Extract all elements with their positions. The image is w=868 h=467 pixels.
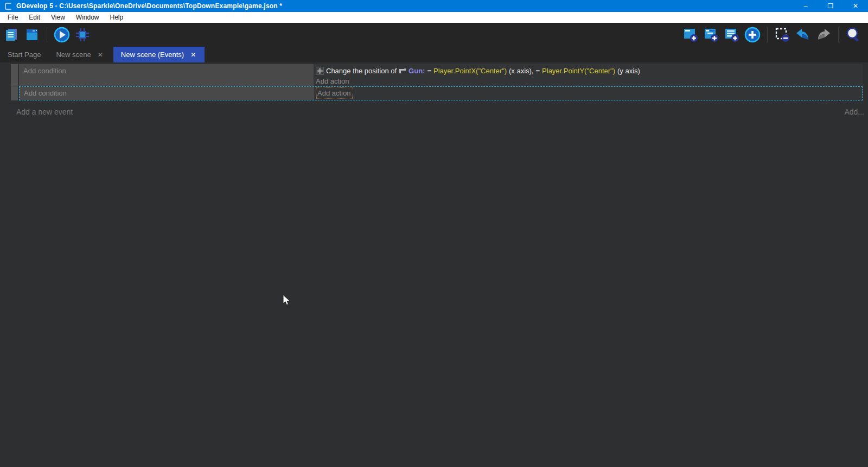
search-icon[interactable] bbox=[845, 27, 861, 43]
tab-new-scene-events[interactable]: New scene (Events) ✕ bbox=[113, 47, 205, 62]
event-drag-handle[interactable] bbox=[11, 86, 18, 100]
scene-editor-icon[interactable] bbox=[24, 27, 40, 43]
title-bar: GDevelop 5 - C:\Users\Sparkle\OneDrive\D… bbox=[0, 0, 868, 12]
preview-play-icon[interactable] bbox=[54, 27, 70, 43]
action-expression-x: Player.PointX("Center") bbox=[433, 67, 507, 75]
tab-bar: Start Page New scene ✕ New scene (Events… bbox=[0, 47, 868, 62]
event-row-2[interactable]: Add condition Add action bbox=[11, 86, 863, 100]
add-new-event-button[interactable]: Add a new event bbox=[16, 108, 73, 116]
actions-cell[interactable]: Add action bbox=[314, 87, 862, 100]
tab-close-icon[interactable]: ✕ bbox=[189, 51, 197, 59]
position-icon bbox=[316, 67, 324, 75]
action-change-position[interactable]: Change the position of Gun: = Player.Poi… bbox=[316, 65, 863, 76]
menu-help[interactable]: Help bbox=[105, 12, 129, 23]
action-text: Change the position of bbox=[326, 67, 397, 75]
add-action-link[interactable]: Add action bbox=[316, 77, 349, 85]
menu-file[interactable]: File bbox=[2, 12, 23, 23]
menu-bar: File Edit View Window Help bbox=[0, 12, 868, 23]
action-axis-x: (x axis), bbox=[509, 67, 534, 75]
actions-cell[interactable]: Change the position of Gun: = Player.Poi… bbox=[314, 64, 863, 86]
menu-window[interactable]: Window bbox=[71, 12, 105, 23]
selected-event-outline: Add condition Add action bbox=[19, 86, 863, 100]
action-object-name: Gun: bbox=[409, 67, 425, 75]
focused-add-action[interactable]: Add action bbox=[316, 87, 353, 99]
event-drag-handle[interactable] bbox=[11, 64, 18, 86]
project-manager-icon[interactable] bbox=[3, 27, 20, 43]
event-row-1[interactable]: Add condition Change the position of bbox=[11, 64, 863, 86]
redo-icon[interactable] bbox=[815, 27, 832, 43]
action-operator-x: = bbox=[427, 67, 431, 75]
window-title: GDevelop 5 - C:\Users\Sparkle\OneDrive\D… bbox=[16, 2, 793, 10]
menu-view[interactable]: View bbox=[46, 12, 71, 23]
tab-label: New scene bbox=[56, 51, 91, 59]
add-subevent-icon[interactable] bbox=[703, 27, 719, 43]
conditions-cell[interactable]: Add condition bbox=[20, 87, 314, 100]
tab-new-scene[interactable]: New scene ✕ bbox=[48, 47, 111, 62]
toolbar bbox=[0, 23, 868, 47]
gdevelop-logo-icon bbox=[5, 3, 12, 10]
add-circle-icon[interactable] bbox=[744, 27, 761, 43]
remove-selection-icon[interactable] bbox=[774, 27, 790, 43]
undo-icon[interactable] bbox=[795, 27, 811, 43]
mouse-cursor bbox=[283, 294, 291, 308]
minimize-button[interactable]: – bbox=[793, 0, 818, 12]
toolbar-separator bbox=[838, 27, 839, 42]
debugger-icon[interactable] bbox=[74, 27, 91, 43]
tab-start-page[interactable]: Start Page bbox=[0, 47, 48, 62]
tab-label: New scene (Events) bbox=[121, 51, 184, 59]
add-more-button[interactable]: Add... bbox=[844, 108, 864, 116]
action-axis-y: (y axis) bbox=[617, 67, 640, 75]
close-button[interactable]: ✕ bbox=[843, 0, 868, 12]
add-condition-link[interactable]: Add condition bbox=[24, 89, 67, 97]
add-comment-icon[interactable] bbox=[724, 27, 740, 43]
gun-sprite-icon bbox=[399, 68, 406, 74]
action-expression-y: Player.PointY("Center") bbox=[542, 67, 615, 75]
restore-button[interactable]: ❐ bbox=[818, 0, 843, 12]
menu-edit[interactable]: Edit bbox=[23, 12, 46, 23]
add-condition-link[interactable]: Add condition bbox=[23, 67, 66, 75]
tab-label: Start Page bbox=[8, 51, 41, 59]
conditions-cell[interactable]: Add condition bbox=[19, 64, 314, 86]
toolbar-separator bbox=[47, 27, 47, 42]
action-operator-y: = bbox=[535, 67, 540, 75]
add-action-link[interactable]: Add action bbox=[317, 89, 350, 97]
toolbar-separator bbox=[767, 27, 768, 42]
tab-close-icon[interactable]: ✕ bbox=[97, 51, 104, 59]
add-event-icon[interactable] bbox=[682, 27, 699, 43]
events-sheet: Add condition Change the position of bbox=[0, 62, 868, 467]
